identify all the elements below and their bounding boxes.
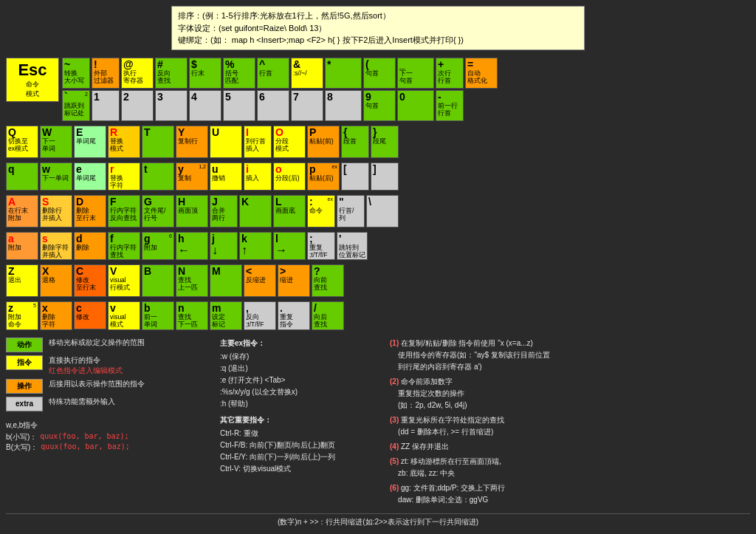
key-D[interactable]: D 删除至行末 — [74, 195, 106, 227]
key-3[interactable]: 3 — [155, 90, 188, 121]
key-rbrace[interactable]: } 段尾 — [371, 126, 399, 158]
key-6[interactable]: 6 — [257, 90, 289, 121]
key-7[interactable]: 7 — [291, 90, 323, 121]
key-gt[interactable]: > 缩进 — [278, 264, 310, 297]
key-u-lower[interactable]: u 撤销 — [210, 162, 242, 191]
ex-item-1: :w (保存) — [220, 351, 382, 363]
key-tilde[interactable]: ~ 转换大小写 — [62, 58, 90, 89]
key-L[interactable]: L 画面底 — [273, 195, 306, 227]
key-b[interactable]: b 前一单词 — [142, 301, 174, 329]
key-5[interactable]: 5 — [223, 90, 255, 121]
key-backtick[interactable]: ` 2 跳跃到标记处 — [62, 90, 90, 121]
key-K[interactable]: K — [239, 195, 272, 227]
key-B[interactable]: B — [142, 264, 174, 297]
key-9[interactable]: 9 句首 — [363, 90, 396, 121]
key-H[interactable]: H 画面顶 — [176, 195, 208, 227]
key-exclaim[interactable]: ! 外部过滤器 — [92, 58, 120, 89]
key-slash[interactable]: / 向后查找 — [312, 301, 344, 329]
key-amp[interactable]: & :s//~/ — [291, 58, 323, 89]
key-G[interactable]: G 文件尾/行号 — [142, 195, 174, 227]
key-q[interactable]: q — [6, 162, 38, 191]
key-dollar[interactable]: $ 行末 — [189, 58, 221, 89]
key-z[interactable]: z 5 附加命令 — [6, 301, 38, 329]
key-plus[interactable]: + 次行行首 — [436, 58, 464, 89]
esc-key[interactable]: Esc 命令模式 — [6, 58, 59, 102]
key-4[interactable]: 4 — [189, 90, 221, 121]
key-caret[interactable]: ^ 行首 — [257, 58, 289, 89]
key-j[interactable]: j ↓ — [210, 232, 238, 260]
key-l[interactable]: l → — [273, 232, 306, 260]
key-apostrophe[interactable]: ' 跳转到位置标记 — [337, 232, 368, 260]
key-w-lower[interactable]: w 下一单词 — [40, 162, 72, 191]
key-k[interactable]: k ↑ — [239, 232, 272, 260]
key-quote[interactable]: " 行首/列 — [337, 195, 365, 227]
key-J[interactable]: J 合并两行 — [210, 195, 238, 227]
key-semicolon[interactable]: ; 重复;t/T/f/F — [307, 232, 335, 260]
key-M[interactable]: M — [210, 264, 242, 297]
key-C[interactable]: C 修改至行末 — [74, 264, 106, 297]
key-F[interactable]: F 行内字符反向查找 — [108, 195, 140, 227]
key-r-lower[interactable]: r 替换字符 — [108, 162, 140, 191]
key-R[interactable]: R 替换模式 — [108, 126, 140, 158]
key-o-lower[interactable]: o 分段(后) — [273, 162, 306, 191]
key-n[interactable]: n 查找下一匹 — [176, 301, 208, 329]
key-d[interactable]: d 删除 — [74, 232, 106, 260]
key-equals[interactable]: = 自动格式化 — [465, 58, 498, 89]
key-i-lower[interactable]: i 插入 — [244, 162, 272, 191]
key-colon[interactable]: : ex 命令 — [307, 195, 335, 227]
key-lbracket[interactable]: [ — [341, 162, 369, 191]
key-rbracket[interactable]: ] — [371, 162, 399, 191]
key-p-lower[interactable]: p ex 粘贴(后) — [307, 162, 340, 191]
key-0[interactable]: 0 — [397, 90, 434, 121]
key-hash[interactable]: # 反向查找 — [155, 58, 188, 89]
key-star[interactable]: * — [325, 58, 362, 89]
key-s[interactable]: s 删除字符并插入 — [40, 232, 72, 260]
info-box: 排序：(例：1-5行排序:光标放在1行上，然后!5G,然后sort） 字体设定：… — [171, 6, 585, 50]
key-y-lower[interactable]: y 1,2 复制 — [176, 162, 208, 191]
key-Z[interactable]: Z 退出 — [6, 264, 38, 297]
key-S[interactable]: S 删除行并插入 — [40, 195, 72, 227]
key-E[interactable]: E 单词尾 — [74, 126, 106, 158]
key-I[interactable]: I 到行首插入 — [244, 126, 272, 158]
key-v[interactable]: v visual模式 — [108, 301, 140, 329]
key-minus[interactable]: - 前一行行首 — [436, 90, 464, 121]
key-backslash[interactable]: \ — [366, 195, 399, 227]
legend-command: 指令 直接执行的指令 红色指令进入编辑模式 — [6, 355, 213, 376]
key-2[interactable]: 2 — [121, 90, 154, 121]
key-U[interactable]: U — [210, 126, 242, 158]
ex-title2: 其它重要指令： — [220, 414, 382, 426]
key-question[interactable]: ? 向前查找 — [312, 264, 344, 297]
key-e-lower[interactable]: e 单词尾 — [74, 162, 106, 191]
key-a[interactable]: a 附加 — [6, 232, 38, 260]
key-percent[interactable]: % 括号匹配 — [223, 58, 255, 89]
key-lt[interactable]: < 反缩进 — [244, 264, 276, 297]
key-x[interactable]: x 删除字符 — [40, 301, 72, 329]
key-Q[interactable]: Q 切换至ex模式 — [6, 126, 38, 158]
key-comma[interactable]: , 反向;t/T/f/F — [244, 301, 276, 329]
key-W[interactable]: W 下一单词 — [40, 126, 72, 158]
ex-item-3: :e (打开文件) <Tab> — [220, 374, 382, 386]
key-lbrace[interactable]: { 段首 — [341, 126, 369, 158]
key-t-lower[interactable]: t — [142, 162, 174, 191]
key-dot[interactable]: . 重复指令 — [278, 301, 310, 329]
key-A[interactable]: A 在行末附加 — [6, 195, 38, 227]
esc-label: Esc — [18, 61, 47, 80]
key-at[interactable]: @ 执行寄存器 — [121, 58, 154, 89]
key-Y[interactable]: Y 复制行 — [176, 126, 208, 158]
key-X[interactable]: X 退格 — [40, 264, 72, 297]
key-m[interactable]: m 设定标记 — [210, 301, 242, 329]
key-g[interactable]: g 6 附加 — [142, 232, 174, 260]
key-N[interactable]: N 查找上一匹 — [176, 264, 208, 297]
key-T[interactable]: T — [142, 126, 174, 158]
key-P[interactable]: P 粘贴(前) — [307, 126, 340, 158]
key-h[interactable]: h ← — [176, 232, 208, 260]
key-underscore[interactable]: _ 下一句首 — [397, 58, 434, 89]
key-1[interactable]: 1 — [92, 90, 120, 121]
key-f[interactable]: f 行内字符查找 — [108, 232, 140, 260]
key-8[interactable]: 8 — [325, 90, 362, 121]
key-O[interactable]: O 分段模式 — [273, 126, 306, 158]
ex-other-1: Ctrl-R: 重做 — [220, 428, 382, 439]
key-c[interactable]: c 修改 — [74, 301, 106, 329]
key-lparen[interactable]: ( 句首 — [363, 58, 396, 89]
key-V[interactable]: V visual行模式 — [108, 264, 140, 297]
